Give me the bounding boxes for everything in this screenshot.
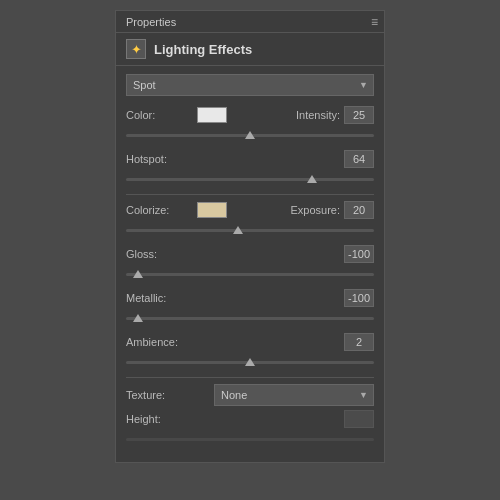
- properties-panel: Properties ≡ ✦ Lighting Effects Spot Inf…: [115, 10, 385, 463]
- ambience-track: [126, 361, 374, 364]
- texture-dropdown[interactable]: None Red Green Blue Alpha: [214, 384, 374, 406]
- exposure-track: [126, 229, 374, 232]
- metallic-thumb: [133, 314, 143, 322]
- gloss-slider[interactable]: [126, 267, 374, 281]
- metallic-slider[interactable]: [126, 311, 374, 325]
- color-swatch[interactable]: [197, 107, 227, 123]
- color-label: Color:: [126, 109, 191, 121]
- exposure-group: Exposure:: [290, 201, 374, 219]
- texture-row: Texture: None Red Green Blue Alpha ▼: [126, 384, 374, 406]
- intensity-label: Intensity:: [296, 109, 340, 121]
- divider-2: [126, 377, 374, 378]
- panel-menu-icon[interactable]: ≡: [371, 15, 378, 29]
- panel-title: Lighting Effects: [154, 42, 252, 57]
- ambience-row: Ambience:: [126, 333, 374, 351]
- hotspot-slider[interactable]: [126, 172, 374, 186]
- gloss-row: Gloss:: [126, 245, 374, 263]
- colorize-label: Colorize:: [126, 204, 191, 216]
- type-dropdown-row: Spot Infinite Point ▼: [126, 74, 374, 96]
- color-intensity-row: Color: Intensity:: [126, 106, 374, 124]
- hotspot-value[interactable]: [344, 150, 374, 168]
- hotspot-row: Hotspot:: [126, 150, 374, 168]
- intensity-group: Intensity:: [296, 106, 374, 124]
- intensity-slider[interactable]: [126, 128, 374, 142]
- tab-properties[interactable]: Properties: [122, 16, 180, 28]
- height-label: Height:: [126, 413, 191, 425]
- height-slider: [126, 432, 374, 446]
- divider-1: [126, 194, 374, 195]
- gloss-track: [126, 273, 374, 276]
- colorize-group: Colorize:: [126, 202, 227, 218]
- metallic-row: Metallic:: [126, 289, 374, 307]
- height-track: [126, 438, 374, 441]
- intensity-track: [126, 134, 374, 137]
- intensity-thumb: [245, 131, 255, 139]
- ambience-slider[interactable]: [126, 355, 374, 369]
- colorize-exposure-row: Colorize: Exposure:: [126, 201, 374, 219]
- ambience-value[interactable]: [344, 333, 374, 351]
- metallic-label: Metallic:: [126, 292, 191, 304]
- height-row: Height:: [126, 410, 374, 428]
- exposure-label: Exposure:: [290, 204, 340, 216]
- lighting-icon-symbol: ✦: [131, 42, 142, 57]
- metallic-track: [126, 317, 374, 320]
- gloss-thumb: [133, 270, 143, 278]
- ambience-label: Ambience:: [126, 336, 191, 348]
- hotspot-label: Hotspot:: [126, 153, 191, 165]
- color-group: Color:: [126, 107, 227, 123]
- texture-dropdown-wrapper[interactable]: None Red Green Blue Alpha ▼: [214, 384, 374, 406]
- panel-body: Spot Infinite Point ▼ Color: Intensity:: [116, 66, 384, 462]
- tab-bar: Properties ≡: [116, 11, 384, 33]
- intensity-value[interactable]: [344, 106, 374, 124]
- type-dropdown[interactable]: Spot Infinite Point: [126, 74, 374, 96]
- texture-label: Texture:: [126, 389, 191, 401]
- exposure-slider[interactable]: [126, 223, 374, 237]
- exposure-value[interactable]: [344, 201, 374, 219]
- gloss-value[interactable]: [344, 245, 374, 263]
- type-dropdown-wrapper[interactable]: Spot Infinite Point ▼: [126, 74, 374, 96]
- colorize-swatch[interactable]: [197, 202, 227, 218]
- metallic-value[interactable]: [344, 289, 374, 307]
- exposure-thumb: [233, 226, 243, 234]
- hotspot-track: [126, 178, 374, 181]
- hotspot-thumb: [307, 175, 317, 183]
- panel-header: ✦ Lighting Effects: [116, 33, 384, 66]
- height-value: [344, 410, 374, 428]
- gloss-label: Gloss:: [126, 248, 191, 260]
- lighting-icon: ✦: [126, 39, 146, 59]
- ambience-thumb: [245, 358, 255, 366]
